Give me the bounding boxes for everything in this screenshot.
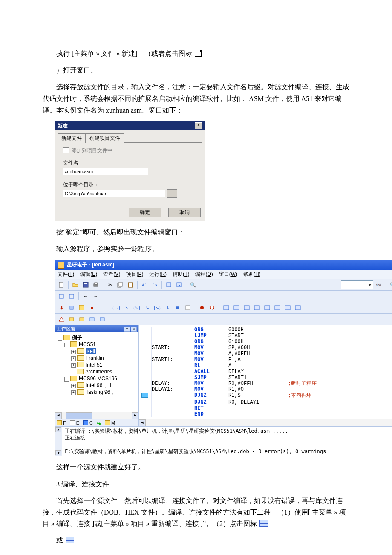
tb3-win7-icon[interactable] — [283, 304, 292, 312]
scroll-right-icon[interactable]: ► — [132, 412, 138, 419]
tb-undo-icon[interactable] — [140, 280, 149, 289]
output-text: 正在编译F:\实验课\教材，资料\单片机，计控\星研\星研实验仪\MCS51\A… — [62, 427, 392, 456]
ws-tab-c[interactable]: C — [81, 419, 95, 426]
svg-rect-2 — [84, 283, 87, 284]
tb2-right-icon[interactable]: → — [91, 292, 101, 301]
tb3-stepout-icon[interactable]: ↘ — [122, 304, 131, 312]
tb-build-icon[interactable] — [164, 280, 173, 289]
tb3-steph-icon[interactable]: ⏹ — [173, 304, 182, 312]
editor-scroll-left-icon[interactable]: ◄ — [139, 419, 146, 426]
tb3-download-icon[interactable]: ⬇ — [57, 304, 66, 312]
workspace-tree[interactable]: -例子 -MCS51+Keil+Franklin+Intel 51Archime… — [55, 332, 138, 412]
menu-e[interactable]: 编辑(E) — [80, 271, 97, 278]
tb3-run-icon[interactable] — [77, 304, 86, 312]
tb3-chip-icon[interactable] — [67, 304, 76, 312]
workspace-close-icon[interactable]: × — [131, 327, 137, 332]
menu-w[interactable]: 窗口(W) — [219, 271, 237, 278]
ws-tab-e[interactable]: E — [68, 419, 81, 426]
tb3-win6-icon[interactable] — [273, 304, 282, 312]
workspace-dropdown-icon[interactable]: ▾ — [124, 327, 130, 332]
tb3-stepd-icon[interactable]: {↘} — [132, 304, 141, 312]
tab-new-file[interactable]: 新建文件 — [58, 133, 86, 143]
tree-item[interactable]: +Tasking 96 、 — [71, 389, 138, 396]
ok-button[interactable]: 确定 — [129, 208, 161, 217]
filename-input[interactable] — [63, 168, 148, 175]
tb3-stop-icon[interactable]: ■ — [87, 304, 97, 312]
tree-item[interactable]: +Keil — [71, 348, 138, 355]
tb3-stepg-icon[interactable]: ↧ — [163, 304, 172, 312]
output-handle[interactable]: × ▾ — [55, 427, 62, 456]
tb3-stepe-icon[interactable]: ↘ — [142, 304, 152, 312]
tb-open-icon[interactable] — [71, 280, 80, 289]
ws-tab-m[interactable]: M — [103, 419, 117, 426]
tb3-win8-icon[interactable] — [293, 304, 303, 312]
tb4-d-icon[interactable] — [87, 315, 97, 324]
workspace-hscroll[interactable]: ◄ ► — [55, 412, 138, 419]
ws-tab-f[interactable]: F — [55, 419, 68, 426]
tree-root[interactable]: 例子 — [72, 335, 82, 341]
tb2-left-icon[interactable]: ← — [81, 292, 90, 301]
browse-button[interactable]: ... — [167, 189, 177, 198]
tb2-a-icon[interactable] — [57, 292, 66, 301]
scroll-thumb[interactable] — [66, 412, 92, 419]
para-6: 3.编译、连接文件 — [43, 478, 349, 490]
tb3-stepinto-icon[interactable]: → — [101, 304, 111, 312]
recompile-icon — [66, 537, 74, 543]
tree-item[interactable]: -MCS96 MCS196+Intel 96 、1+Tasking 96 、 — [64, 375, 138, 396]
tb-combo[interactable] — [341, 280, 373, 289]
scroll-left-icon[interactable]: ◄ — [55, 412, 62, 419]
tb4-c-icon[interactable] — [77, 315, 86, 324]
tb-zoom-icon[interactable]: 🔍 — [388, 280, 392, 289]
tree-item[interactable]: +Intel 51 — [71, 361, 138, 368]
tree-item[interactable]: -MCS51+Keil+Franklin+Intel 51Archimedes — [64, 341, 138, 375]
svg-rect-27 — [80, 318, 84, 321]
tb4-e-icon[interactable] — [98, 315, 107, 324]
code-area[interactable]: ORG0000HLJMPSTARTORG0100HSTART:MOVSP,#60… — [139, 325, 392, 419]
tb-find-icon[interactable]: 🔍 — [188, 280, 198, 289]
tb3-bp2-icon[interactable] — [208, 304, 217, 312]
tb3-bp-icon[interactable] — [197, 304, 207, 312]
editor-hscroll[interactable]: ◄ — [139, 419, 392, 426]
ws-tab-pct[interactable]: %% — [95, 419, 103, 426]
tb3-win1-icon[interactable] — [222, 304, 231, 312]
menu-t[interactable]: 辅助(T) — [173, 271, 189, 278]
tb-new-icon[interactable] — [57, 280, 66, 289]
tb-cut-icon[interactable]: ✂ — [105, 280, 115, 289]
menu-o[interactable]: 编程(O) — [195, 271, 213, 278]
menu-r[interactable]: 运行(R) — [149, 271, 167, 278]
svg-rect-0 — [59, 282, 63, 287]
tb3-stepf-icon[interactable]: {↘} — [153, 304, 162, 312]
output-close-icon[interactable]: × — [55, 427, 61, 432]
tb3-win5-icon[interactable] — [262, 304, 272, 312]
tree-item[interactable]: +Franklin — [71, 355, 138, 361]
tb4-b-icon[interactable] — [67, 315, 76, 324]
tree-item[interactable]: +Intel 96 、1 — [71, 382, 138, 389]
menu-h[interactable]: 帮助(H) — [243, 271, 261, 278]
tb3-win2-icon[interactable] — [232, 304, 241, 312]
tb4-a-icon[interactable] — [57, 315, 66, 324]
tb-copy-icon[interactable] — [115, 280, 125, 289]
tab-create-project[interactable]: 创建项目文件 — [86, 133, 124, 143]
tb2-b-icon[interactable] — [67, 292, 76, 301]
dialog-close-button[interactable]: × — [195, 122, 202, 129]
cancel-button[interactable]: 取消 — [168, 208, 201, 217]
tb3-win4-icon[interactable] — [252, 304, 262, 312]
tb-rebuild-icon[interactable] — [174, 280, 184, 289]
tb-redo-icon[interactable] — [150, 280, 159, 289]
tb-binoculars-icon[interactable]: 👓 — [374, 280, 383, 289]
menu-f[interactable]: 文件(F) — [58, 271, 74, 278]
add-to-project-checkbox[interactable] — [63, 147, 69, 153]
tb3-stepi-icon[interactable] — [183, 304, 193, 312]
tb-print-icon[interactable] — [91, 280, 101, 289]
menu-p[interactable]: 项目(P) — [126, 271, 143, 278]
code-editor[interactable]: ORG0000HLJMPSTARTORG0100HSTART:MOVSP,#60… — [139, 325, 392, 426]
tb-paste-icon[interactable] — [126, 280, 135, 289]
directory-input[interactable] — [63, 190, 165, 197]
tb3-win3-icon[interactable] — [242, 304, 251, 312]
output-restore-icon[interactable]: ▾ — [55, 450, 61, 455]
tree-item[interactable]: Archimedes — [71, 368, 138, 375]
menu-v[interactable]: 查看(V) — [103, 271, 120, 278]
tb3-stepover-icon[interactable]: {→} — [112, 304, 121, 312]
breakpoint-icon[interactable] — [141, 393, 148, 398]
tb-save-icon[interactable] — [81, 280, 90, 289]
